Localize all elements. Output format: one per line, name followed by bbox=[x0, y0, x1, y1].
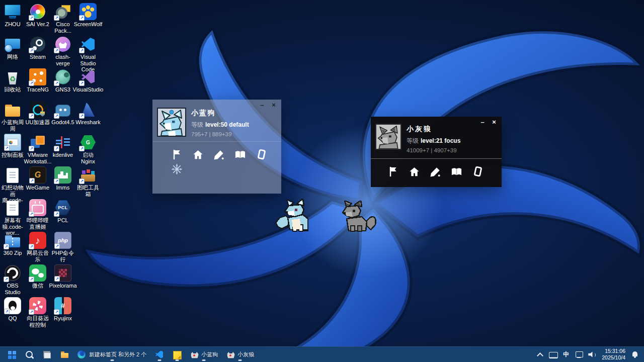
close-button[interactable]: × bbox=[491, 119, 498, 125]
edge-browser-button[interactable]: 新建标签页 和另外 2 个 bbox=[74, 348, 149, 361]
desktop-icon[interactable]: Wireshark bbox=[75, 101, 101, 134]
pet-level: 等级level:21 focus bbox=[407, 137, 460, 145]
desktop-icon-label: UU加速器 bbox=[26, 119, 50, 126]
home-icon[interactable] bbox=[409, 166, 420, 177]
ime-mode-button[interactable]: 中 bbox=[560, 348, 572, 361]
app-icon: G bbox=[79, 134, 97, 151]
desktop-icon[interactable]: OBS Studio bbox=[0, 264, 25, 297]
desktop-icon-label: GNS3 bbox=[55, 86, 70, 93]
write-icon[interactable] bbox=[430, 166, 441, 177]
desktop-icon-label: 向日葵远程控制 bbox=[25, 315, 50, 328]
app-icon bbox=[54, 36, 71, 53]
desktop-icon[interactable]: lmms bbox=[50, 166, 75, 199]
app-icon bbox=[4, 199, 21, 216]
taskbar-app-window[interactable] bbox=[39, 348, 55, 361]
desktop-icon[interactable]: Cisco Pack... bbox=[50, 3, 75, 36]
desktop-icon-label: 网络 bbox=[7, 54, 18, 60]
avatar bbox=[157, 108, 186, 137]
write-icon[interactable] bbox=[213, 149, 225, 160]
sticky-note-button[interactable] bbox=[169, 348, 185, 361]
desktop-icon[interactable]: php PHP命令行 bbox=[50, 232, 75, 264]
taskbar: 新建标签页 和另外 2 个 小蓝狗 小灰狼 中 15:31:0 bbox=[0, 346, 644, 362]
desktop-icon[interactable]: Pixelorama bbox=[50, 264, 75, 297]
app-icon bbox=[4, 232, 21, 249]
phone-icon[interactable] bbox=[472, 166, 484, 177]
pet-gray-wolf-taskbar-button[interactable]: 小灰狼 bbox=[223, 348, 257, 361]
desktop-icon[interactable]: VisualStudio bbox=[75, 68, 101, 101]
pet-blue-dog-taskbar-button[interactable]: 小蓝狗 bbox=[187, 348, 221, 361]
desktop-icon[interactable]: # Ryujinx bbox=[50, 297, 75, 330]
desktop-icon-label: Godot4.5 bbox=[51, 119, 74, 126]
app-icon bbox=[54, 3, 71, 20]
desktop-icon-label: kdenlive bbox=[53, 152, 73, 158]
app-icon bbox=[54, 134, 71, 151]
minimize-button[interactable]: – bbox=[479, 119, 486, 125]
desktop-icon[interactable]: 微信 bbox=[25, 264, 50, 297]
desktop-icon[interactable]: QQ bbox=[0, 297, 25, 330]
notification-button[interactable] bbox=[629, 348, 641, 361]
desktop-icon[interactable]: 网络 bbox=[0, 36, 25, 68]
flag-icon[interactable] bbox=[171, 149, 183, 160]
shortcut-badge bbox=[4, 309, 10, 314]
start-button[interactable] bbox=[4, 348, 20, 361]
desktop-icon[interactable]: Godot4.5 bbox=[50, 101, 75, 134]
phone-icon[interactable] bbox=[256, 149, 267, 160]
desktop-icon[interactable]: G WeGame bbox=[25, 166, 50, 199]
level-value: level:21 focus bbox=[421, 137, 460, 144]
desktop-icon[interactable]: Steam bbox=[25, 36, 50, 68]
desktop-icon[interactable]: GNS3 bbox=[50, 68, 75, 101]
desktop-icon[interactable]: TraceNG bbox=[25, 68, 50, 101]
level-label: 等级 bbox=[407, 137, 419, 144]
desktop-icon[interactable]: 向日葵远程控制 bbox=[25, 297, 50, 330]
touch-keyboard-button[interactable] bbox=[547, 348, 559, 361]
desktop-icon[interactable]: G 启动Nginx bbox=[75, 134, 101, 166]
chevron-up-icon bbox=[536, 350, 544, 358]
search-button[interactable] bbox=[22, 348, 37, 361]
network-button[interactable] bbox=[573, 348, 585, 361]
vscode-icon bbox=[155, 350, 164, 359]
desktop-icon[interactable]: ScreenWolf bbox=[75, 3, 101, 36]
file-explorer-button[interactable] bbox=[57, 348, 72, 361]
level-value: level:50 default bbox=[205, 121, 249, 128]
pet-window-title: 小灰狼 bbox=[237, 351, 254, 358]
edge-icon bbox=[77, 350, 86, 359]
app-icon bbox=[29, 101, 46, 118]
app-icon bbox=[79, 101, 97, 118]
desktop-icon[interactable]: 小蓝狗周周 bbox=[0, 101, 25, 134]
clock[interactable]: 15:31:06 2025/10/4 bbox=[599, 348, 628, 361]
desktop-icon[interactable]: 哔哩哔哩直播姬 bbox=[25, 199, 50, 232]
desktop-icon[interactable]: clash-verge bbox=[50, 36, 75, 68]
desktop-icon[interactable]: VMware Workstati... bbox=[25, 134, 50, 166]
desktop-icon[interactable]: kdenlive bbox=[50, 134, 75, 166]
close-button[interactable]: × bbox=[270, 102, 277, 108]
desktop-icon[interactable]: 360 Zip bbox=[0, 232, 25, 264]
pet-gray-wolf-sprite[interactable] bbox=[334, 201, 378, 238]
desktop-icon[interactable]: 屏幕有狼.code-wor... bbox=[0, 199, 25, 232]
desktop-icon[interactable]: 控制面板 bbox=[0, 134, 25, 166]
desktop-icon[interactable]: 网易云音乐 bbox=[25, 232, 50, 264]
snowflake-icon[interactable] bbox=[152, 160, 281, 177]
shortcut-badge bbox=[79, 80, 85, 86]
desktop-icon[interactable]: Visual Studio Code bbox=[75, 36, 101, 68]
shortcut-badge bbox=[79, 113, 85, 119]
desktop-icon-label: Steam bbox=[30, 54, 46, 60]
volume-button[interactable] bbox=[586, 348, 598, 361]
desktop-icon[interactable]: PCL PCL bbox=[50, 199, 75, 232]
vscode-button[interactable] bbox=[151, 348, 167, 361]
desktop-icon[interactable]: UU加速器 bbox=[25, 101, 50, 134]
app-icon bbox=[29, 199, 46, 216]
home-icon[interactable] bbox=[192, 149, 204, 160]
desktop-icon[interactable]: SAI Ver.2 bbox=[25, 3, 50, 36]
pet-app-icon bbox=[190, 350, 198, 359]
minimize-button[interactable]: – bbox=[259, 102, 266, 108]
shortcut-badge bbox=[29, 244, 34, 249]
desktop-icon[interactable]: 幻想动物画廊.code-w... bbox=[0, 166, 25, 199]
book-icon[interactable] bbox=[234, 149, 246, 160]
book-icon[interactable] bbox=[451, 166, 462, 177]
flag-icon[interactable] bbox=[387, 166, 399, 177]
desktop-icon[interactable]: ZHOU bbox=[0, 3, 25, 36]
pet-blue-fox-sprite[interactable] bbox=[274, 199, 320, 238]
desktop-icon[interactable]: 回收站 bbox=[0, 68, 25, 101]
tray-overflow-button[interactable] bbox=[534, 348, 546, 361]
desktop-icon[interactable]: 图吧工具箱 bbox=[75, 166, 101, 199]
